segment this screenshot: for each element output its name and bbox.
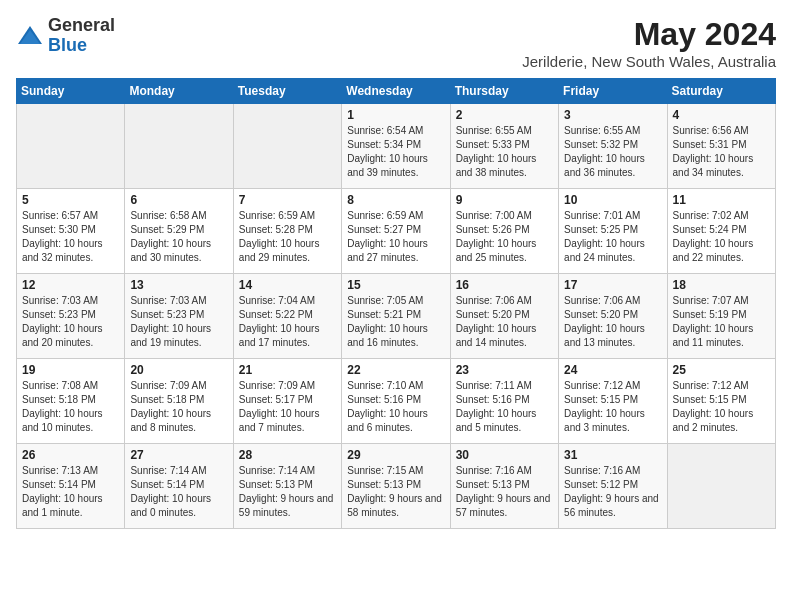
day-number: 29: [347, 448, 444, 462]
day-number: 12: [22, 278, 119, 292]
day-number: 21: [239, 363, 336, 377]
week-row-1: 1Sunrise: 6:54 AM Sunset: 5:34 PM Daylig…: [17, 104, 776, 189]
week-row-3: 12Sunrise: 7:03 AM Sunset: 5:23 PM Dayli…: [17, 274, 776, 359]
calendar-cell: 20Sunrise: 7:09 AM Sunset: 5:18 PM Dayli…: [125, 359, 233, 444]
calendar-cell: [125, 104, 233, 189]
day-info: Sunrise: 7:03 AM Sunset: 5:23 PM Dayligh…: [22, 294, 119, 350]
day-number: 11: [673, 193, 770, 207]
day-number: 31: [564, 448, 661, 462]
day-number: 14: [239, 278, 336, 292]
day-number: 19: [22, 363, 119, 377]
calendar-cell: 24Sunrise: 7:12 AM Sunset: 5:15 PM Dayli…: [559, 359, 667, 444]
day-number: 24: [564, 363, 661, 377]
day-number: 4: [673, 108, 770, 122]
day-info: Sunrise: 6:55 AM Sunset: 5:33 PM Dayligh…: [456, 124, 553, 180]
day-number: 27: [130, 448, 227, 462]
calendar-cell: 9Sunrise: 7:00 AM Sunset: 5:26 PM Daylig…: [450, 189, 558, 274]
day-number: 8: [347, 193, 444, 207]
day-number: 15: [347, 278, 444, 292]
day-number: 6: [130, 193, 227, 207]
day-number: 28: [239, 448, 336, 462]
calendar-cell: 7Sunrise: 6:59 AM Sunset: 5:28 PM Daylig…: [233, 189, 341, 274]
calendar-cell: [667, 444, 775, 529]
day-info: Sunrise: 7:02 AM Sunset: 5:24 PM Dayligh…: [673, 209, 770, 265]
day-info: Sunrise: 7:12 AM Sunset: 5:15 PM Dayligh…: [564, 379, 661, 435]
header-monday: Monday: [125, 79, 233, 104]
day-number: 22: [347, 363, 444, 377]
calendar-cell: 18Sunrise: 7:07 AM Sunset: 5:19 PM Dayli…: [667, 274, 775, 359]
header-wednesday: Wednesday: [342, 79, 450, 104]
logo-blue: Blue: [48, 36, 115, 56]
day-number: 18: [673, 278, 770, 292]
day-info: Sunrise: 7:14 AM Sunset: 5:13 PM Dayligh…: [239, 464, 336, 520]
calendar-cell: 29Sunrise: 7:15 AM Sunset: 5:13 PM Dayli…: [342, 444, 450, 529]
calendar-cell: 17Sunrise: 7:06 AM Sunset: 5:20 PM Dayli…: [559, 274, 667, 359]
calendar-cell: 12Sunrise: 7:03 AM Sunset: 5:23 PM Dayli…: [17, 274, 125, 359]
day-info: Sunrise: 7:08 AM Sunset: 5:18 PM Dayligh…: [22, 379, 119, 435]
calendar-cell: 30Sunrise: 7:16 AM Sunset: 5:13 PM Dayli…: [450, 444, 558, 529]
day-number: 9: [456, 193, 553, 207]
header-tuesday: Tuesday: [233, 79, 341, 104]
day-info: Sunrise: 7:03 AM Sunset: 5:23 PM Dayligh…: [130, 294, 227, 350]
week-row-5: 26Sunrise: 7:13 AM Sunset: 5:14 PM Dayli…: [17, 444, 776, 529]
day-info: Sunrise: 7:16 AM Sunset: 5:13 PM Dayligh…: [456, 464, 553, 520]
calendar-cell: 28Sunrise: 7:14 AM Sunset: 5:13 PM Dayli…: [233, 444, 341, 529]
day-info: Sunrise: 7:06 AM Sunset: 5:20 PM Dayligh…: [564, 294, 661, 350]
header-friday: Friday: [559, 79, 667, 104]
page-header: General Blue May 2024 Jerilderie, New So…: [16, 16, 776, 70]
logo-icon: [16, 22, 44, 50]
day-info: Sunrise: 7:09 AM Sunset: 5:17 PM Dayligh…: [239, 379, 336, 435]
calendar-cell: 14Sunrise: 7:04 AM Sunset: 5:22 PM Dayli…: [233, 274, 341, 359]
logo-text: General Blue: [48, 16, 115, 56]
day-info: Sunrise: 7:11 AM Sunset: 5:16 PM Dayligh…: [456, 379, 553, 435]
week-row-4: 19Sunrise: 7:08 AM Sunset: 5:18 PM Dayli…: [17, 359, 776, 444]
header-row: SundayMondayTuesdayWednesdayThursdayFrid…: [17, 79, 776, 104]
day-number: 10: [564, 193, 661, 207]
calendar-cell: 26Sunrise: 7:13 AM Sunset: 5:14 PM Dayli…: [17, 444, 125, 529]
calendar-cell: [17, 104, 125, 189]
calendar-cell: 2Sunrise: 6:55 AM Sunset: 5:33 PM Daylig…: [450, 104, 558, 189]
day-info: Sunrise: 6:55 AM Sunset: 5:32 PM Dayligh…: [564, 124, 661, 180]
day-number: 3: [564, 108, 661, 122]
day-number: 1: [347, 108, 444, 122]
day-number: 13: [130, 278, 227, 292]
calendar-cell: 3Sunrise: 6:55 AM Sunset: 5:32 PM Daylig…: [559, 104, 667, 189]
calendar-cell: 23Sunrise: 7:11 AM Sunset: 5:16 PM Dayli…: [450, 359, 558, 444]
calendar-cell: [233, 104, 341, 189]
day-info: Sunrise: 7:10 AM Sunset: 5:16 PM Dayligh…: [347, 379, 444, 435]
header-thursday: Thursday: [450, 79, 558, 104]
day-number: 30: [456, 448, 553, 462]
day-info: Sunrise: 7:00 AM Sunset: 5:26 PM Dayligh…: [456, 209, 553, 265]
day-info: Sunrise: 6:59 AM Sunset: 5:27 PM Dayligh…: [347, 209, 444, 265]
day-number: 16: [456, 278, 553, 292]
calendar-cell: 25Sunrise: 7:12 AM Sunset: 5:15 PM Dayli…: [667, 359, 775, 444]
calendar-cell: 22Sunrise: 7:10 AM Sunset: 5:16 PM Dayli…: [342, 359, 450, 444]
calendar-cell: 4Sunrise: 6:56 AM Sunset: 5:31 PM Daylig…: [667, 104, 775, 189]
day-info: Sunrise: 7:14 AM Sunset: 5:14 PM Dayligh…: [130, 464, 227, 520]
day-info: Sunrise: 7:15 AM Sunset: 5:13 PM Dayligh…: [347, 464, 444, 520]
day-info: Sunrise: 7:05 AM Sunset: 5:21 PM Dayligh…: [347, 294, 444, 350]
calendar-cell: 16Sunrise: 7:06 AM Sunset: 5:20 PM Dayli…: [450, 274, 558, 359]
day-info: Sunrise: 7:06 AM Sunset: 5:20 PM Dayligh…: [456, 294, 553, 350]
day-info: Sunrise: 7:12 AM Sunset: 5:15 PM Dayligh…: [673, 379, 770, 435]
calendar-cell: 21Sunrise: 7:09 AM Sunset: 5:17 PM Dayli…: [233, 359, 341, 444]
day-number: 7: [239, 193, 336, 207]
header-sunday: Sunday: [17, 79, 125, 104]
week-row-2: 5Sunrise: 6:57 AM Sunset: 5:30 PM Daylig…: [17, 189, 776, 274]
day-info: Sunrise: 7:04 AM Sunset: 5:22 PM Dayligh…: [239, 294, 336, 350]
day-info: Sunrise: 7:16 AM Sunset: 5:12 PM Dayligh…: [564, 464, 661, 520]
calendar-cell: 13Sunrise: 7:03 AM Sunset: 5:23 PM Dayli…: [125, 274, 233, 359]
main-title: May 2024: [522, 16, 776, 53]
calendar-cell: 31Sunrise: 7:16 AM Sunset: 5:12 PM Dayli…: [559, 444, 667, 529]
logo-general: General: [48, 16, 115, 36]
day-number: 5: [22, 193, 119, 207]
day-number: 23: [456, 363, 553, 377]
day-info: Sunrise: 7:09 AM Sunset: 5:18 PM Dayligh…: [130, 379, 227, 435]
title-block: May 2024 Jerilderie, New South Wales, Au…: [522, 16, 776, 70]
calendar-cell: 8Sunrise: 6:59 AM Sunset: 5:27 PM Daylig…: [342, 189, 450, 274]
day-info: Sunrise: 7:01 AM Sunset: 5:25 PM Dayligh…: [564, 209, 661, 265]
calendar-cell: 11Sunrise: 7:02 AM Sunset: 5:24 PM Dayli…: [667, 189, 775, 274]
logo: General Blue: [16, 16, 115, 56]
subtitle: Jerilderie, New South Wales, Australia: [522, 53, 776, 70]
day-number: 26: [22, 448, 119, 462]
